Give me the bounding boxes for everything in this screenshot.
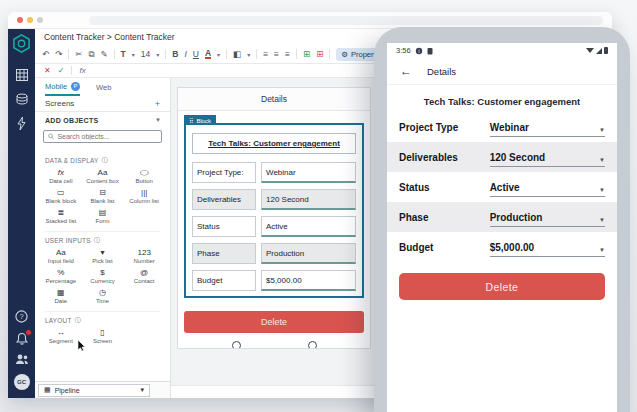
tool-blank-list[interactable]: ⊟Blank list <box>82 188 124 204</box>
field-value[interactable]: $5,000.00 <box>261 270 356 291</box>
undo-icon[interactable]: ↶ <box>42 49 49 59</box>
collapse-chevron-icon[interactable]: ▾ <box>156 116 160 124</box>
phone-field-dropdown[interactable]: 120 Second ▼ <box>490 152 605 167</box>
add-grid-button[interactable]: ⊞ <box>303 49 310 59</box>
tool-stacked-list[interactable]: ≣Stacked list <box>40 208 82 224</box>
section-layout-label: LAYOUT <box>45 317 72 324</box>
table-selector[interactable]: ▦ Pipeline ▾ <box>38 384 150 397</box>
phone-record-title: Tech Talks: Customer engagement <box>393 96 611 107</box>
field-label[interactable]: Deliverables <box>192 189 256 210</box>
object-search[interactable] <box>43 130 162 143</box>
font-size-caret-icon[interactable]: ▾ <box>156 51 159 58</box>
align-center-button[interactable]: ≡ <box>274 49 279 59</box>
tool-data-cell[interactable]: fxData cell <box>40 168 82 184</box>
user-avatar[interactable]: GC <box>14 374 30 390</box>
field-label[interactable]: Phase <box>192 243 256 264</box>
remove-grid-button[interactable]: ⊞ <box>316 49 323 59</box>
phone-field-dropdown[interactable]: Webinar ▼ <box>490 122 605 137</box>
collaborator-presence-badge: P <box>71 82 80 91</box>
field-value[interactable]: Active <box>261 216 356 237</box>
automations-icon[interactable] <box>17 117 26 130</box>
app-rail: ? GC <box>8 29 35 398</box>
italic-button[interactable]: I <box>184 49 186 59</box>
phone-field-dropdown[interactable]: Active ▼ <box>490 182 605 197</box>
address-bar[interactable] <box>89 16 603 25</box>
stacked-list-icon: ≣ <box>40 208 82 218</box>
field-value[interactable]: Production <box>261 243 356 264</box>
phone-nav-bar: ← Details <box>387 58 617 85</box>
back-arrow-icon[interactable]: ← <box>400 64 412 78</box>
field-row: Status Active <box>192 216 356 237</box>
contact-icon: @ <box>123 268 165 278</box>
wifi-icon <box>586 48 594 53</box>
field-label[interactable]: Budget <box>192 270 256 291</box>
phone-field-dropdown[interactable]: $5,000.00 ▼ <box>490 242 605 257</box>
screen-title[interactable]: Details <box>178 88 370 111</box>
bold-button[interactable]: B <box>172 49 178 59</box>
tool-pick-list[interactable]: ▾Pick list <box>82 248 124 264</box>
align-left-button[interactable]: ≡ <box>263 49 268 59</box>
field-value[interactable]: 120 Second <box>261 189 356 210</box>
text-color-caret-icon[interactable]: ▾ <box>217 51 220 58</box>
help-icon[interactable]: ? <box>15 310 28 323</box>
align-right-button[interactable]: ≡ <box>285 49 290 59</box>
record-title[interactable]: Tech Talks: Customer engagement <box>192 133 356 154</box>
tool-input-field[interactable]: AaInput field <box>40 248 82 264</box>
close-window-button[interactable] <box>17 17 23 23</box>
field-label[interactable]: Project Type: <box>192 162 256 183</box>
search-icon <box>48 133 54 140</box>
tool-number[interactable]: 123Number <box>123 248 165 264</box>
field-row: Project Type: Webinar <box>192 162 356 183</box>
phone-field-dropdown[interactable]: Production ▼ <box>490 212 605 227</box>
phone-nav-title: Details <box>427 66 456 77</box>
tool-column-list[interactable]: |||Column list <box>123 188 165 204</box>
tool-form[interactable]: ▤Form <box>82 208 124 224</box>
blank-block-icon: ▭ <box>40 188 82 198</box>
tool-currency[interactable]: $Currency <box>82 268 124 284</box>
dropdown-caret-icon: ▼ <box>599 187 605 193</box>
selected-block[interactable]: ⠿ Block Tech Talks: Customer engagement … <box>184 123 364 298</box>
drag-handle-icon[interactable]: ⠿ <box>189 117 193 124</box>
tool-screen[interactable]: ▯Screen <box>82 328 124 344</box>
fill-color-button[interactable]: ◧ <box>233 49 241 59</box>
block-tag[interactable]: ⠿ Block <box>184 115 216 125</box>
text-color-button[interactable]: A <box>205 49 211 59</box>
cancel-icon[interactable]: ✕ <box>44 66 51 75</box>
minimize-window-button[interactable] <box>27 17 33 23</box>
tool-button[interactable]: ◯Button <box>123 168 165 184</box>
zoom-window-button[interactable] <box>37 17 43 23</box>
cut-icon[interactable]: ✂ <box>75 49 82 59</box>
tool-date[interactable]: ▦Date <box>40 288 82 304</box>
tool-percentage[interactable]: %Percentage <box>40 268 82 284</box>
tool-content-box[interactable]: AaContent box <box>82 168 124 184</box>
blank-list-icon: ⊟ <box>82 188 124 198</box>
screen-icon: ▯ <box>82 328 124 338</box>
font-family-caret-icon[interactable]: ▾ <box>132 51 135 58</box>
tool-segment[interactable]: ↔Segment <box>40 328 82 344</box>
tab-web[interactable]: Web <box>96 83 111 92</box>
builder-icon[interactable] <box>16 93 28 105</box>
font-size-select[interactable]: 14 <box>141 49 150 59</box>
tab-mobile[interactable]: Mobile P <box>45 78 80 96</box>
collaborators-icon[interactable] <box>15 354 29 365</box>
field-label[interactable]: Status <box>192 216 256 237</box>
notifications-bell-icon[interactable] <box>16 332 28 345</box>
redo-icon[interactable]: ↷ <box>55 49 62 59</box>
underline-button[interactable]: U <box>193 49 199 59</box>
font-family-button[interactable]: T <box>121 49 126 59</box>
tables-icon[interactable] <box>16 69 28 81</box>
confirm-icon[interactable]: ✓ <box>58 66 65 75</box>
screen-preview: Details ⠿ Block Tech Talks: Customer eng… <box>177 87 371 349</box>
phone-delete-button[interactable]: Delete <box>399 273 605 300</box>
tool-time[interactable]: ◷Time <box>82 288 124 304</box>
format-painter-icon[interactable]: ✎ <box>100 49 107 59</box>
fill-color-caret-icon[interactable]: ▾ <box>247 51 250 58</box>
search-input[interactable] <box>57 133 157 140</box>
tool-contact[interactable]: @Contact <box>123 268 165 284</box>
paste-icon[interactable]: ⧉ <box>88 49 94 60</box>
add-screen-button[interactable]: + <box>155 99 160 109</box>
field-value[interactable]: Webinar <box>261 162 356 183</box>
add-objects-title: ADD OBJECTS <box>45 117 98 124</box>
delete-button[interactable]: Delete <box>184 311 364 333</box>
tool-blank-block[interactable]: ▭Blank block <box>40 188 82 204</box>
